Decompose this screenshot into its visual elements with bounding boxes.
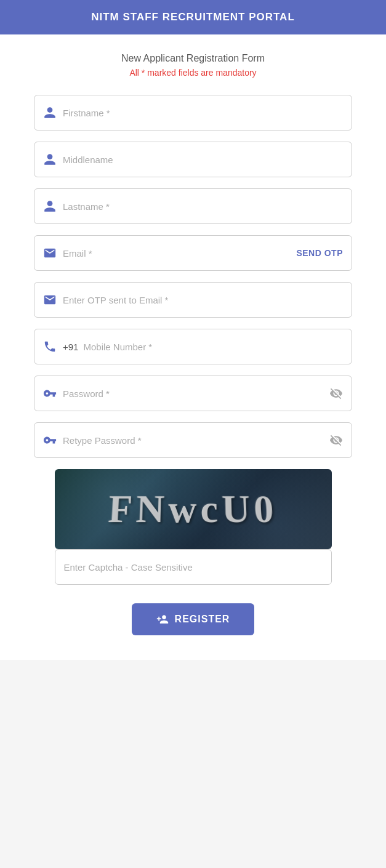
email-icon — [43, 246, 57, 260]
send-otp-button[interactable]: SEND OTP — [296, 248, 343, 258]
captcha-input[interactable] — [64, 562, 323, 573]
password-input[interactable] — [63, 388, 329, 399]
otp-input[interactable] — [63, 295, 343, 305]
registration-form: New Applicant Registration Form All * ma… — [0, 34, 386, 660]
mobile-input[interactable] — [83, 342, 343, 352]
form-title: New Applicant Registration Form — [34, 53, 352, 64]
phone-icon — [43, 340, 57, 353]
email-field-wrapper: SEND OTP — [34, 235, 352, 271]
middlename-field-wrapper — [34, 142, 352, 177]
lastname-input[interactable] — [63, 201, 343, 212]
password-toggle-eye-icon[interactable] — [329, 387, 343, 400]
form-mandatory-note: All * marked fields are mandatory — [34, 68, 352, 78]
password-field-wrapper — [34, 376, 352, 411]
header-title: NITM STAFF RECRUITMENT PORTAL — [91, 11, 295, 23]
key-icon-2 — [43, 433, 57, 447]
captcha-display-text: FNwcU0 — [107, 487, 279, 532]
otp-email-icon — [43, 293, 57, 307]
captcha-section: FNwcU0 — [34, 469, 352, 585]
register-icon — [156, 613, 169, 625]
register-label: REGISTER — [175, 614, 230, 625]
retype-password-toggle-eye-icon[interactable] — [329, 433, 343, 447]
key-icon — [43, 387, 57, 400]
page-header: NITM STAFF RECRUITMENT PORTAL — [0, 0, 386, 34]
captcha-image: FNwcU0 — [55, 469, 332, 549]
captcha-input-wrapper — [55, 549, 332, 585]
person-icon-3 — [43, 199, 57, 213]
firstname-field-wrapper — [34, 95, 352, 131]
register-button-container: REGISTER — [34, 597, 352, 635]
retype-password-input[interactable] — [63, 435, 329, 446]
email-input[interactable] — [63, 248, 296, 259]
person-icon — [43, 106, 57, 119]
person-icon-2 — [43, 153, 57, 166]
lastname-field-wrapper — [34, 188, 352, 224]
mobile-field-wrapper: +91 — [34, 329, 352, 364]
firstname-input[interactable] — [63, 108, 343, 118]
middlename-input[interactable] — [63, 155, 343, 165]
register-button[interactable]: REGISTER — [132, 603, 255, 635]
retype-password-field-wrapper — [34, 422, 352, 458]
phone-prefix: +91 — [63, 342, 78, 352]
otp-field-wrapper — [34, 282, 352, 318]
